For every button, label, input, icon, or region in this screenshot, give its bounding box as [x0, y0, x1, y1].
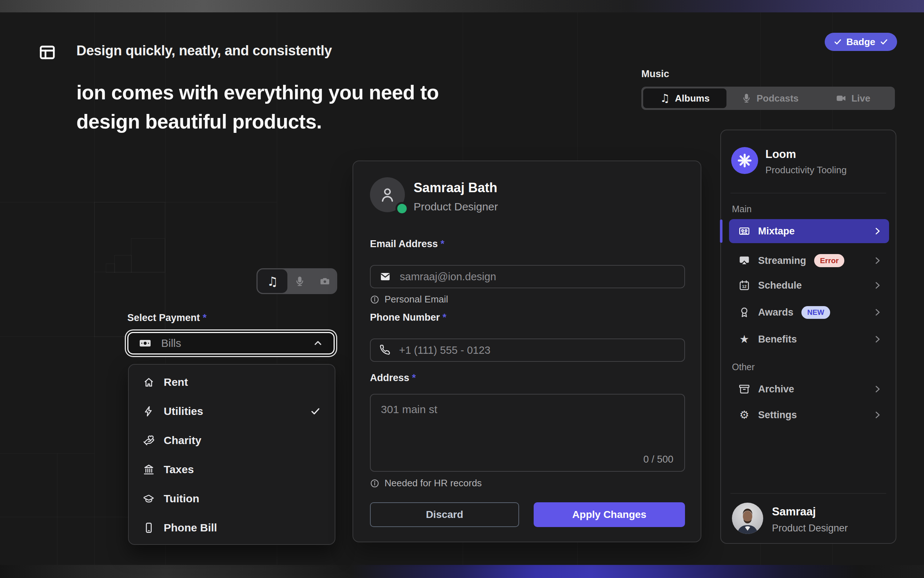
tab-podcasts[interactable]: Podcasts	[728, 87, 812, 110]
grid-box	[106, 263, 115, 273]
address-hint: Needed for HR records	[370, 477, 482, 489]
badge-pill[interactable]: Badge	[825, 33, 897, 51]
tab-albums[interactable]: ♫ Albums	[643, 88, 727, 108]
phone-input-wrap	[370, 338, 685, 362]
email-label: Email Address *	[370, 239, 445, 250]
landmark-icon	[142, 464, 155, 475]
option-utilities[interactable]: Utilities	[129, 397, 335, 426]
sidebar: Loom Productivity Tooling Main Mixtape	[720, 130, 896, 544]
info-icon	[370, 479, 379, 488]
user-avatar	[732, 503, 763, 534]
tab-label: Albums	[675, 93, 709, 104]
error-badge: Error	[814, 254, 844, 267]
sidebar-item-streaming[interactable]: Streaming Error	[729, 249, 889, 272]
user-name: Samraaj	[772, 505, 816, 518]
discard-button[interactable]: Discard	[370, 502, 519, 527]
archive-box-icon	[738, 383, 750, 395]
email-label-text: Email Address	[370, 239, 438, 249]
option-taxes[interactable]: Taxes	[129, 455, 335, 484]
envelope-icon	[379, 271, 391, 283]
sidebar-item-label: Settings	[758, 409, 797, 421]
grid-line	[0, 453, 94, 453]
chevron-right-icon	[872, 334, 882, 344]
hint-text: Needed for HR records	[385, 477, 482, 489]
option-tuition[interactable]: Tuition	[129, 484, 335, 513]
segment-mic[interactable]	[287, 276, 312, 287]
check-icon	[310, 406, 321, 417]
sidebar-item-archive[interactable]: Archive	[729, 377, 889, 401]
address-label-text: Address	[370, 372, 409, 383]
music-note-icon: ♫	[267, 275, 278, 287]
payment-dropdown-menu: Rent Utilities Char	[128, 364, 335, 545]
video-camera-icon	[836, 93, 846, 103]
banknote-icon	[139, 337, 152, 350]
hero-title: ion comes with everything you need to de…	[76, 78, 439, 136]
sidebar-item-label: Archive	[758, 384, 794, 395]
option-label: Charity	[164, 434, 201, 446]
option-charity[interactable]: Charity	[129, 426, 335, 455]
required-asterisk: *	[443, 312, 447, 323]
layout-panel-icon	[38, 44, 57, 61]
active-indicator	[720, 219, 722, 243]
profile-role: Product Designer	[414, 201, 498, 213]
sidebar-item-mixtape[interactable]: Mixtape	[729, 219, 889, 243]
info-icon	[370, 295, 379, 304]
required-asterisk: *	[440, 239, 445, 249]
sidebar-item-awards[interactable]: Awards NEW	[729, 300, 889, 324]
phone-input[interactable]	[398, 344, 676, 357]
chevron-right-icon	[872, 384, 882, 394]
tab-live[interactable]: Live	[812, 87, 895, 110]
section-label-main: Main	[732, 204, 752, 214]
payment-label-text: Select Payment	[127, 312, 200, 323]
option-rent[interactable]: Rent	[129, 368, 335, 397]
smartphone-icon	[142, 522, 155, 534]
calendar-icon: 12	[738, 279, 750, 291]
grid-box	[114, 255, 132, 273]
graduation-cap-icon	[142, 493, 155, 505]
top-gradient-bar	[0, 0, 924, 12]
chevron-right-icon	[872, 226, 882, 236]
music-note-icon: ♫	[660, 93, 670, 104]
option-label: Rent	[164, 376, 188, 388]
chevron-up-icon	[312, 338, 324, 349]
airplay-icon	[738, 255, 750, 266]
new-badge: NEW	[801, 306, 830, 319]
tab-label: Podcasts	[757, 93, 799, 104]
sidebar-item-label: Awards	[758, 307, 793, 318]
music-tabs: ♫ Albums Podcasts Live	[641, 87, 895, 110]
badge-label: Badge	[846, 36, 875, 48]
char-counter: 0 / 500	[643, 454, 673, 465]
user-role: Product Designer	[772, 523, 848, 534]
check-icon	[880, 37, 888, 46]
segment-music[interactable]: ♫	[257, 270, 287, 293]
payment-select-trigger[interactable]: Bills	[127, 332, 335, 354]
house-icon	[142, 377, 155, 388]
sidebar-item-settings[interactable]: ⚙ Settings	[729, 403, 889, 427]
chevron-right-icon	[872, 410, 882, 420]
chevron-right-icon	[872, 307, 882, 317]
media-segmented-control: ♫	[256, 268, 337, 294]
music-section-label: Music	[641, 68, 669, 80]
sidebar-item-benefits[interactable]: ★ Benefits	[729, 328, 889, 351]
loom-logo	[731, 147, 758, 174]
option-phone-bill[interactable]: Phone Bill	[129, 513, 335, 542]
segment-camera[interactable]	[312, 276, 338, 287]
address-label: Address *	[370, 372, 416, 384]
required-asterisk: *	[412, 372, 416, 383]
microphone-icon	[741, 93, 752, 103]
app-name: Loom	[765, 148, 796, 161]
hero-title-line1: ion comes with everything you need to	[76, 81, 439, 104]
chevron-right-icon	[872, 280, 882, 291]
address-textarea[interactable]	[371, 395, 684, 471]
sidebar-item-schedule[interactable]: 12 Schedule	[729, 274, 889, 297]
hand-heart-icon	[142, 435, 155, 446]
payment-select-label: Select Payment *	[127, 312, 207, 323]
option-label: Taxes	[164, 463, 194, 476]
email-input[interactable]	[399, 270, 676, 283]
required-asterisk: *	[202, 312, 207, 323]
status-dot	[395, 202, 409, 215]
grid-line	[94, 272, 164, 272]
check-icon	[833, 37, 842, 46]
award-ribbon-icon	[738, 307, 750, 318]
apply-changes-button[interactable]: Apply Changes	[534, 502, 685, 527]
